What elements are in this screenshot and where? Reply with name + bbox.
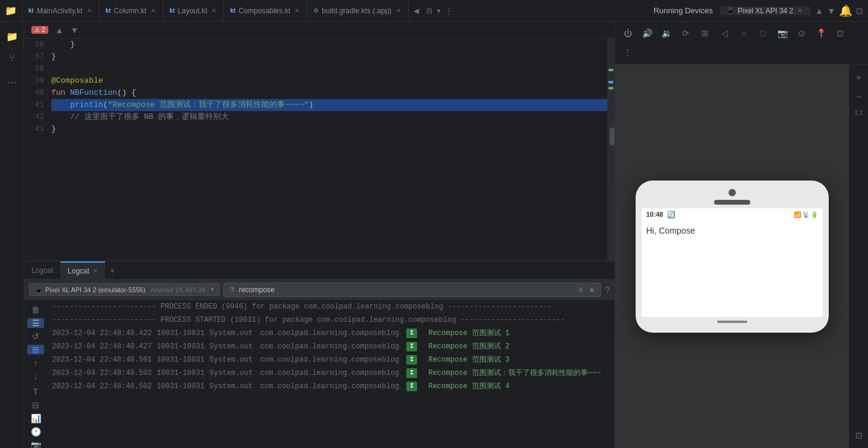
- log-timestamp-4: 2023-12-04 22:48:40.502: [52, 367, 152, 379]
- tab-gradle-label: build.gradle.kts (:app): [322, 7, 391, 15]
- tab-column-close[interactable]: ✕: [150, 7, 157, 14]
- tab-gradle-close[interactable]: ✕: [395, 7, 402, 14]
- tab-main-activity-close[interactable]: ✕: [86, 7, 93, 14]
- log-message-2: Recompose 范围测试 2: [420, 341, 509, 353]
- warning-icon: ⚠: [34, 27, 40, 33]
- editor-area: ⚠ 2 ▲ ▼ 36 } 37 }: [24, 22, 614, 448]
- nav-up-button[interactable]: ▲: [53, 24, 66, 36]
- sidebar-item-project[interactable]: 📁: [2, 27, 22, 46]
- logcat-restart-button[interactable]: ↺: [27, 331, 44, 341]
- running-devices-section: Running Devices: [646, 6, 720, 15]
- pixel-tab-close[interactable]: ✕: [796, 7, 803, 14]
- logcat-columns-button[interactable]: ⊟: [27, 400, 44, 410]
- log-separator-text-1: ------------------------ PROCESS ENDED (…: [52, 301, 552, 313]
- logcat-tab-close[interactable]: ✕: [93, 267, 98, 274]
- more-options-button[interactable]: ⋮: [443, 0, 455, 21]
- log-pkg-3: com.coolpad.learning.composeblog: [260, 354, 399, 366]
- logcat-analytics-button[interactable]: 📊: [27, 414, 44, 423]
- home-button[interactable]: ○: [736, 25, 752, 41]
- api-label: Android 14, API 34: [150, 286, 206, 293]
- logcat-list-view-button[interactable]: ☰: [27, 318, 44, 328]
- logcat-lines[interactable]: ------------------------ PROCESS ENDED (…: [47, 300, 614, 448]
- add-logcat-button[interactable]: +: [105, 266, 120, 275]
- phone-frame: 10:48 🔄 📶 📡 🔋 Hi, Compose: [636, 181, 829, 333]
- bottom-tab-logcat-2[interactable]: Logcat ✕: [60, 261, 105, 279]
- logcat-filter-button[interactable]: ⊞: [27, 345, 44, 354]
- logcat-text-button[interactable]: T: [27, 387, 44, 397]
- main-area: 📁 ⑂ ⋯ ⚠ 2 ▲ ▼ 36: [0, 22, 868, 448]
- expand-device-button[interactable]: ⊡: [832, 25, 848, 41]
- more-icon: ⋯: [7, 77, 17, 88]
- filter-text: recompose: [239, 286, 574, 294]
- tab-composables[interactable]: kt Composables.kt ✕: [224, 0, 307, 21]
- log-pkg-4: com.coolpad.learning.composeblog: [260, 367, 399, 379]
- notifications-icon[interactable]: 🔔: [839, 4, 852, 18]
- device-panel: ⏻ 🔊 🔉 ⟳ ⊞ ◁ ○ □ 📷 ⊙ 📍 ⊡ ⋮: [614, 22, 868, 448]
- sidebar-item-more[interactable]: ⋯: [2, 72, 22, 92]
- power-button[interactable]: ⏻: [620, 25, 636, 41]
- split-view-button[interactable]: ⊟: [424, 0, 435, 21]
- logcat-scroll-up-button[interactable]: ↑: [27, 358, 44, 368]
- screen-split-button[interactable]: ⊞: [697, 25, 713, 41]
- tab-layout[interactable]: kt Layout.kt ✕: [164, 0, 225, 21]
- code-line-43: 43 }: [24, 123, 607, 135]
- filter-clear-button[interactable]: ✕: [577, 285, 584, 295]
- line-num-39: 39: [24, 75, 51, 87]
- device-select[interactable]: 📱 Pixel XL API 34 2 (emulator-5556) Andr…: [29, 283, 220, 296]
- device-display[interactable]: 10:48 🔄 📶 📡 🔋 Hi, Compose: [615, 65, 849, 448]
- warning-badge[interactable]: ⚠ 2: [31, 26, 48, 34]
- sidebar-item-vcs[interactable]: ⑂: [2, 48, 22, 68]
- phone-screen[interactable]: 10:48 🔄 📶 📡 🔋 Hi, Compose: [642, 208, 823, 317]
- device-right-sidebar: + − 1:1 ⊡: [849, 65, 868, 448]
- filter-help-button[interactable]: ?: [605, 285, 610, 295]
- screenshot-button[interactable]: 📷: [774, 25, 790, 41]
- volume-down-button[interactable]: 🔉: [659, 25, 674, 41]
- tab-build-gradle[interactable]: ⚙ build.gradle.kts (:app) ✕: [307, 0, 408, 21]
- log-separator-2: ------------------------ PROCESS STARTED…: [47, 313, 614, 327]
- device-sidebar-expand-button[interactable]: ⊡: [851, 427, 867, 443]
- tabs-left: 📁 kt MainActivity.kt ✕ kt Column.kt ✕ kt…: [0, 0, 646, 21]
- log-level-3: I: [406, 355, 417, 365]
- tab-main-activity[interactable]: kt MainActivity.kt ✕: [22, 0, 100, 21]
- record-button[interactable]: ⊙: [794, 25, 809, 41]
- split-down-button[interactable]: ▾: [435, 0, 443, 21]
- kt-icon-composables: kt: [230, 7, 235, 14]
- logcat-history-button[interactable]: 🕐: [27, 427, 44, 437]
- chevron-down-icon[interactable]: ▼: [827, 6, 835, 16]
- pixel-tab[interactable]: 📱 Pixel XL API 34 2 ✕: [720, 7, 810, 15]
- tab-layout-close[interactable]: ✕: [210, 7, 217, 14]
- zoom-out-button[interactable]: −: [851, 89, 867, 104]
- location-button[interactable]: 📍: [813, 25, 829, 41]
- tab-composables-close[interactable]: ✕: [293, 7, 301, 14]
- tab-column[interactable]: kt Column.kt ✕: [100, 0, 164, 21]
- filter-input[interactable]: ⚗ recompose ✕ ★: [223, 283, 602, 297]
- logcat-clear-button[interactable]: 🗑: [27, 305, 44, 315]
- running-devices-label: Running Devices: [654, 6, 713, 15]
- rotate-button[interactable]: ⟳: [678, 25, 694, 41]
- recent-button[interactable]: □: [755, 25, 771, 41]
- filter-star-button[interactable]: ★: [588, 285, 596, 295]
- collapse-editor-button[interactable]: ◀: [409, 0, 424, 21]
- log-pkg-5: com.coolpad.learning.composeblog: [260, 380, 399, 392]
- tab-layout-label: Layout.kt: [178, 7, 208, 15]
- chevron-up-icon[interactable]: ▲: [815, 6, 823, 16]
- more-device-options[interactable]: ⋮: [620, 45, 636, 60]
- log-process-4: 10031-10031: [157, 367, 205, 379]
- logcat-scroll-down-button[interactable]: ↓: [27, 371, 44, 381]
- bottom-tab-logcat-1[interactable]: Logcat: [24, 261, 60, 279]
- expand-icon[interactable]: ⊡: [856, 6, 863, 16]
- zoom-in-button[interactable]: +: [851, 69, 867, 85]
- code-line-38: 38: [24, 63, 607, 75]
- log-separator-1: ------------------------ PROCESS ENDED (…: [47, 300, 614, 313]
- warning-count: 2: [42, 27, 45, 33]
- back-button[interactable]: ◁: [716, 25, 732, 41]
- project-icon[interactable]: 📁: [0, 0, 22, 21]
- log-entry-4: 2023-12-04 22:48:40.502 10031-10031 Syst…: [47, 366, 614, 380]
- gradle-icon: ⚙: [313, 7, 319, 14]
- code-editor[interactable]: 36 } 37 } 38 39 @Composable: [24, 39, 607, 261]
- log-message-4: Recompose 范围测试：我干了很多消耗性能的事~~~: [420, 367, 601, 379]
- nav-down-button[interactable]: ▼: [68, 24, 81, 36]
- volume-up-button[interactable]: 🔊: [639, 25, 655, 41]
- logcat-screenshot-button[interactable]: 📷: [27, 440, 44, 448]
- zoom-level: 1:1: [855, 109, 863, 116]
